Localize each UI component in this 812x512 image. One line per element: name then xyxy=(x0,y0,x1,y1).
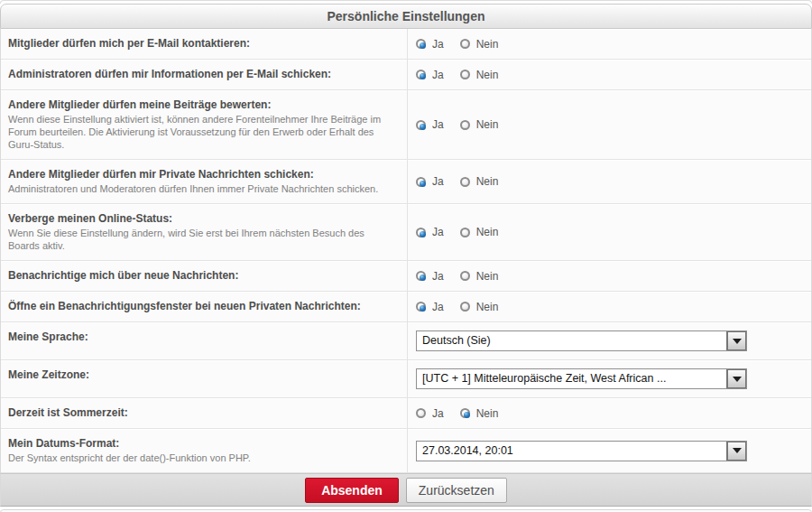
radio-ja-label: Ja xyxy=(432,118,444,131)
page-title: Persönliche Einstellungen xyxy=(0,4,812,29)
setting-label: Mein Datums-Format: xyxy=(8,437,398,451)
personal-settings-page: Persönliche Einstellungen Mitglieder dür… xyxy=(0,0,812,512)
chevron-down-icon xyxy=(733,339,742,344)
radio-ja-hide-online-status[interactable] xyxy=(416,228,426,237)
setting-label: Andere Mitglieder dürfen mir Private Nac… xyxy=(8,168,398,182)
radio-ja-label: Ja xyxy=(432,226,444,238)
setting-control-cell: Deutsch (Sie) xyxy=(407,322,811,359)
settings-rows: Mitglieder dürfen mich per E-Mail kontak… xyxy=(0,29,812,473)
setting-label: Derzeit ist Sommerzeit: xyxy=(8,406,398,420)
language-select[interactable]: Deutsch (Sie) xyxy=(416,330,747,351)
select-value: 27.03.2014, 20:01 xyxy=(422,444,513,457)
setting-row-language: Meine Sprache:Deutsch (Sie) xyxy=(1,322,811,360)
radio-ja-label: Ja xyxy=(432,175,444,188)
setting-label-cell: Derzeit ist Sommerzeit: xyxy=(1,398,407,428)
select-dropdown-button[interactable] xyxy=(726,441,747,461)
radio-nein-label: Nein xyxy=(476,38,499,51)
radio-nein-rate-posts[interactable] xyxy=(460,120,470,130)
setting-label: Meine Sprache: xyxy=(8,330,398,344)
setting-control-cell: JaNein xyxy=(407,90,811,159)
date-format-select[interactable]: 27.03.2014, 20:01 xyxy=(416,441,747,461)
submit-button[interactable]: Absenden xyxy=(305,478,399,503)
setting-control-cell: [UTC + 1] Mitteleuropäische Zeit, West A… xyxy=(407,360,811,397)
setting-label-cell: Meine Zeitzone: xyxy=(1,360,407,397)
setting-label-cell: Meine Sprache: xyxy=(1,322,407,359)
radio-ja-admin-email[interactable] xyxy=(416,70,426,79)
setting-control-cell: JaNein xyxy=(407,398,811,428)
setting-row-rate-posts: Andere Mitglieder dürfen meine Beiträge … xyxy=(1,90,811,160)
radio-ja-popup-new-pm[interactable] xyxy=(416,302,426,312)
select-dropdown-button[interactable] xyxy=(726,330,747,351)
radio-nein-admin-email[interactable] xyxy=(460,70,470,79)
setting-row-popup-new-pm: Öffne ein Benachrichtigungsfenster bei n… xyxy=(1,292,811,322)
radio-nein-label: Nein xyxy=(476,407,499,420)
select-value: Deutsch (Sie) xyxy=(422,334,491,347)
setting-label-cell: Andere Mitglieder dürfen meine Beiträge … xyxy=(1,90,407,159)
setting-label: Administratoren dürfen mir Informationen… xyxy=(8,68,398,81)
radio-nein-popup-new-pm[interactable] xyxy=(460,302,470,312)
setting-control-cell: JaNein xyxy=(407,60,811,89)
setting-label: Mitglieder dürfen mich per E-Mail kontak… xyxy=(8,37,398,51)
setting-label-cell: Öffne ein Benachrichtigungsfenster bei n… xyxy=(1,292,407,321)
chevron-down-icon xyxy=(733,448,742,453)
setting-label-cell: Andere Mitglieder dürfen mir Private Nac… xyxy=(1,160,407,203)
setting-label-cell: Administratoren dürfen mir Informationen… xyxy=(1,60,407,89)
radio-nein-label: Nein xyxy=(476,118,499,131)
setting-control-cell: JaNein xyxy=(407,292,811,321)
setting-row-admin-email: Administratoren dürfen mir Informationen… xyxy=(1,60,811,90)
setting-control-cell: JaNein xyxy=(407,261,811,291)
radio-nein-label: Nein xyxy=(476,301,499,313)
setting-label: Öffne ein Benachrichtigungsfenster bei n… xyxy=(8,300,398,313)
setting-row-private-messages: Andere Mitglieder dürfen mir Private Nac… xyxy=(1,160,811,204)
reset-button[interactable]: Zurücksetzen xyxy=(406,478,507,503)
select-value: [UTC + 1] Mitteleuropäische Zeit, West A… xyxy=(422,372,666,385)
setting-label: Meine Zeitzone: xyxy=(8,368,398,382)
radio-ja-notify-new-messages[interactable] xyxy=(416,271,426,281)
radio-ja-label: Ja xyxy=(432,270,444,283)
form-button-bar: Absenden Zurücksetzen xyxy=(0,473,812,507)
radio-nein-label: Nein xyxy=(476,270,499,283)
select-dropdown-button[interactable] xyxy=(726,368,747,389)
radio-nein-email-contact[interactable] xyxy=(460,39,470,49)
radio-ja-label: Ja xyxy=(432,301,444,313)
radio-ja-label: Ja xyxy=(432,407,444,420)
radio-ja-label: Ja xyxy=(432,69,444,81)
setting-control-cell: JaNein xyxy=(407,204,811,260)
radio-nein-private-messages[interactable] xyxy=(460,177,470,187)
radio-ja-daylight-saving[interactable] xyxy=(416,408,426,418)
setting-description: Der Syntax entspricht der der date()-Fun… xyxy=(8,451,398,464)
radio-ja-email-contact[interactable] xyxy=(416,39,426,49)
radio-nein-notify-new-messages[interactable] xyxy=(460,271,470,281)
setting-label-cell: Mein Datums-Format:Der Syntax entspricht… xyxy=(1,429,407,472)
setting-row-hide-online-status: Verberge meinen Online-Status:Wenn Sie d… xyxy=(1,204,811,261)
radio-nein-label: Nein xyxy=(476,175,499,188)
setting-description: Administratoren und Moderatoren dürfen I… xyxy=(8,182,398,195)
setting-row-notify-new-messages: Benachrichtige mich über neue Nachrichte… xyxy=(1,261,811,292)
radio-ja-rate-posts[interactable] xyxy=(416,120,426,130)
setting-control-cell: JaNein xyxy=(407,160,811,203)
radio-nein-daylight-saving[interactable] xyxy=(460,408,470,418)
setting-control-cell: JaNein xyxy=(407,29,811,59)
radio-nein-label: Nein xyxy=(476,69,499,81)
setting-label-cell: Benachrichtige mich über neue Nachrichte… xyxy=(1,261,407,291)
setting-row-date-format: Mein Datums-Format:Der Syntax entspricht… xyxy=(1,429,811,473)
chevron-down-icon xyxy=(733,377,742,382)
setting-label-cell: Mitglieder dürfen mich per E-Mail kontak… xyxy=(1,29,407,59)
setting-description: Wenn diese Einstellung aktiviert ist, kö… xyxy=(8,113,398,151)
radio-nein-label: Nein xyxy=(476,226,499,238)
setting-label: Benachrichtige mich über neue Nachrichte… xyxy=(8,269,398,283)
setting-row-email-contact: Mitglieder dürfen mich per E-Mail kontak… xyxy=(1,29,811,60)
radio-ja-private-messages[interactable] xyxy=(416,177,426,187)
setting-row-daylight-saving: Derzeit ist Sommerzeit:JaNein xyxy=(1,398,811,429)
radio-nein-hide-online-status[interactable] xyxy=(460,228,470,237)
setting-control-cell: 27.03.2014, 20:01 xyxy=(407,429,811,472)
setting-label: Andere Mitglieder dürfen meine Beiträge … xyxy=(8,98,398,112)
setting-description: Wenn Sie diese Einstellung ändern, wird … xyxy=(8,227,398,252)
radio-ja-label: Ja xyxy=(432,38,444,51)
timezone-select[interactable]: [UTC + 1] Mitteleuropäische Zeit, West A… xyxy=(416,368,747,389)
setting-label-cell: Verberge meinen Online-Status:Wenn Sie d… xyxy=(1,204,407,260)
setting-label: Verberge meinen Online-Status: xyxy=(8,212,398,226)
setting-row-timezone: Meine Zeitzone:[UTC + 1] Mitteleuropäisc… xyxy=(1,360,811,398)
